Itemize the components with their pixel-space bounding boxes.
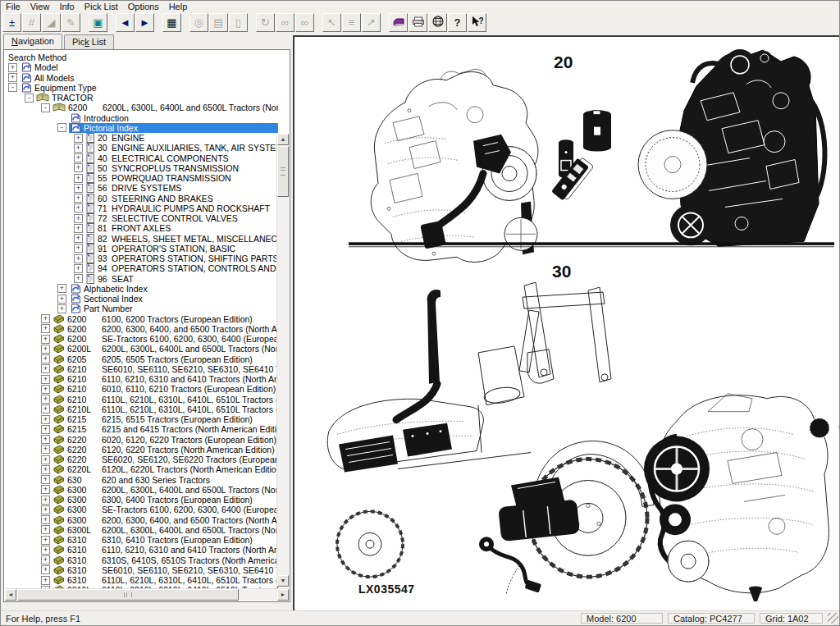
tree-item-81-front-axles[interactable]: +81FRONT AXLES (5, 223, 278, 233)
expand-icon[interactable]: + (74, 153, 83, 162)
tree-item-6300-6200-6300-6400-and-6500-tractors-no[interactable]: +63006200, 6300, 6400, and 6500 Tractors… (5, 515, 278, 525)
expand-icon[interactable]: + (74, 264, 83, 273)
collapse-icon[interactable]: - (57, 123, 66, 132)
expand-icon[interactable]: + (41, 455, 50, 464)
tree-item-6220-6120-6220-tractors-north-american-e[interactable]: +62206120, 6220 Tractors (North American… (5, 445, 278, 455)
refresh-button[interactable]: ↻ (256, 13, 275, 32)
expand-icon[interactable]: + (41, 555, 50, 564)
tree-item-6200l-6200l-6300l-6400l-and-6500l-tracto[interactable]: +6200L6200L, 6300L, 6400L and 6500L Trac… (5, 344, 278, 354)
expand-icon[interactable]: + (41, 335, 50, 344)
expand-icon[interactable]: + (41, 515, 50, 524)
display-model-button[interactable]: ± (2, 13, 21, 32)
expand-icon[interactable]: + (74, 214, 83, 223)
print-button[interactable] (409, 13, 427, 32)
expand-icon[interactable]: + (41, 496, 50, 505)
expand-icon[interactable]: + (41, 364, 50, 373)
tree-item-6220-se6020-se6120-se6220-tractors-europ[interactable]: +6220SE6020, SE6120, SE6220 Tractors (Eu… (5, 455, 278, 464)
tree-item-all-models[interactable]: +All Models (5, 73, 278, 83)
expand-icon[interactable]: + (41, 385, 50, 394)
expand-icon[interactable]: + (41, 404, 50, 414)
page-button[interactable]: ▯ (229, 13, 248, 32)
expand-icon[interactable]: + (41, 395, 50, 404)
tree-item-60-steering-and-brakes[interactable]: +60STEERING AND BRAKES (5, 194, 278, 203)
menu-file[interactable]: File (1, 1, 25, 12)
expand-icon[interactable]: + (41, 445, 50, 454)
tree-item-630-620-and-630-series-tractors[interactable]: +630620 and 630 Series Tractors (5, 475, 278, 485)
tree-item-tractor[interactable]: -TRACTOR (5, 93, 278, 103)
tree-item-6310-se6010-se6110-se6210-se6310-se6410-[interactable]: +6310SE6010, SE6110, SE6210, SE6310, SE6… (5, 565, 278, 575)
expand-icon[interactable]: + (41, 375, 50, 384)
tree-item-40-electrical-components[interactable]: +40ELECTRICAL COMPONENTS (5, 153, 278, 163)
expand-icon[interactable]: + (41, 565, 50, 574)
tree-item-30-engine-auxiliaries-tank-air-system[interactable]: +30ENGINE AUXILIARIES, TANK, AIR SYSTEM (5, 143, 278, 153)
section-30-hotspot[interactable]: 30 (327, 262, 839, 601)
tree-item-6310-6110l-6210l-6310l-6410l-6510l-tract[interactable]: +63106110L, 6210L, 6310L, 6410L, 6510L T… (5, 575, 278, 585)
expand-icon[interactable]: + (74, 144, 83, 153)
collapse-icon[interactable]: - (25, 94, 34, 103)
section-20-hotspot[interactable]: 20 (371, 49, 824, 263)
full-screen-button[interactable]: ▣ (89, 13, 107, 32)
expand-icon[interactable]: + (41, 546, 50, 555)
expand-icon[interactable]: + (57, 284, 66, 293)
tree-vertical-scrollbar[interactable]: ▲ ▼ (276, 134, 289, 587)
tree-item-introduction[interactable]: Introduction (5, 113, 278, 123)
tree-item-6210-6010-6110-6210-tractors-european-ed[interactable]: +62106010, 6110, 6210 Tractors (European… (5, 384, 278, 394)
tree-item-6310-6110-6210-6310-and-6410-tractors-no[interactable]: +63106110, 6210, 6310 and 6410 Tractors … (5, 545, 278, 555)
resize-grip[interactable] (828, 613, 838, 624)
tree-item-model[interactable]: +Model (5, 62, 278, 72)
tree-item-6200-se-tractors-6100-6200-6300-6400-eur[interactable]: +6200SE-Tractors 6100, 6200, 6300, 6400 … (5, 334, 278, 344)
scroll-right-icon[interactable]: ► (277, 589, 289, 601)
highlight-button[interactable]: ◢ (42, 13, 61, 32)
expand-icon[interactable]: + (74, 203, 83, 212)
globe-button[interactable] (428, 13, 447, 32)
tree-horizontal-scrollbar[interactable]: ◄ ► (5, 588, 289, 601)
grid-reference-button[interactable]: # (22, 13, 41, 32)
edit-note-button[interactable]: ✎ (62, 13, 80, 32)
expand-icon[interactable]: + (74, 174, 83, 183)
tree-item-6205-6205-6505-tractors-european-edition[interactable]: +62056205, 6505 Tractors (European Editi… (5, 354, 278, 364)
expand-icon[interactable]: + (74, 244, 83, 253)
expand-icon[interactable]: + (41, 415, 50, 424)
tree-item-6215-6215-and-6415-tractors-north-americ[interactable]: +62156215 and 6415 Tractors (North Ameri… (5, 424, 278, 434)
tree-item-6220-6020-6120-6220-tractors-european-ed[interactable]: +62206020, 6120, 6220 Tractors (European… (5, 435, 278, 445)
zoom-button[interactable]: ◎ (189, 13, 208, 32)
book-button[interactable] (389, 13, 408, 32)
menu-info[interactable]: Info (54, 1, 79, 12)
expand-icon[interactable]: + (41, 354, 50, 363)
tree-item-71-hydraulic-pumps-and-rockshaft[interactable]: +71HYDRAULIC PUMPS AND ROCKSHAFT (5, 203, 278, 213)
tree-item-part-number[interactable]: +Part Number (5, 304, 278, 313)
expand-icon[interactable]: + (41, 505, 50, 514)
expand-icon[interactable]: + (41, 345, 50, 354)
tree-item-6200-6200-6300-6400-and-6500-tractors-no[interactable]: +62006200, 6300, 6400, and 6500 Tractors… (5, 324, 278, 334)
scroll-left-icon[interactable]: ◄ (5, 589, 16, 601)
expand-icon[interactable]: + (74, 134, 83, 143)
tree-item-sectional-index[interactable]: +Sectional Index (5, 294, 278, 304)
collapse-icon[interactable]: - (41, 103, 50, 112)
tree-item-82-wheels-sheet-metal-miscellaneous[interactable]: +82WHEELS, SHEET METAL, MISCELLANEOUS (5, 234, 278, 244)
tab-navigation[interactable]: Navigation (3, 34, 62, 49)
tree-item-6210-6110-6210-6310-and-6410-tractors-no[interactable]: +62106110, 6210, 6310 and 6410 Tractors … (5, 374, 278, 384)
tree-item-94-operators-station-controls-and-access[interactable]: +94OPERATORS STATION, CONTROLS AND ACCES… (5, 263, 278, 273)
menu-pick-list[interactable]: Pick List (80, 1, 123, 12)
expand-icon[interactable]: + (41, 425, 50, 434)
tree-item-6210-se6010-se6110-se6210-se6310-se6410-[interactable]: +6210SE6010, SE6110, SE6210, SE6310, SE6… (5, 364, 278, 374)
tree-item-6200-6200l-6300l-6400l-and-6500l-tractor[interactable]: -62006200L, 6300L, 6400L and 6500L Tract… (5, 103, 278, 112)
expand-icon[interactable]: + (41, 435, 50, 444)
scroll-down-icon[interactable]: ▼ (277, 575, 289, 587)
tree-item-96-seat[interactable]: +96SEAT (5, 274, 278, 284)
grid-button[interactable]: ▦ (162, 13, 181, 32)
tree-item-alphabetic-index[interactable]: +Alphabetic Index (5, 284, 278, 294)
context-help-button[interactable]: ? (468, 13, 486, 32)
tree-item-50-syncroplus-transmission[interactable]: +50SYNCROPLUS TRANSMISSION (5, 163, 278, 173)
expand-icon[interactable]: + (41, 465, 50, 474)
menu-options[interactable]: Options (123, 1, 164, 12)
expand-icon[interactable]: + (41, 485, 50, 494)
tree-item-equipment-type[interactable]: -Equipment Type (5, 83, 278, 93)
tree-item-55-powrquad-transmission[interactable]: +55POWRQUAD TRANSMISSION (5, 173, 278, 183)
expand-icon[interactable]: + (41, 525, 50, 534)
menu-help[interactable]: Help (164, 1, 193, 12)
tree-item-6220l-6120l-6220l-tractors-north-america[interactable]: +6220L6120L, 6220L Tractors (North Ameri… (5, 464, 278, 474)
tree-item-56-drive-systems[interactable]: +56DRIVE SYSTEMS (5, 183, 278, 193)
tree-item-6215-6215-6515-tractors-european-edition[interactable]: +62156215, 6515 Tractors (European Editi… (5, 414, 278, 424)
expand-icon[interactable]: + (41, 536, 50, 545)
